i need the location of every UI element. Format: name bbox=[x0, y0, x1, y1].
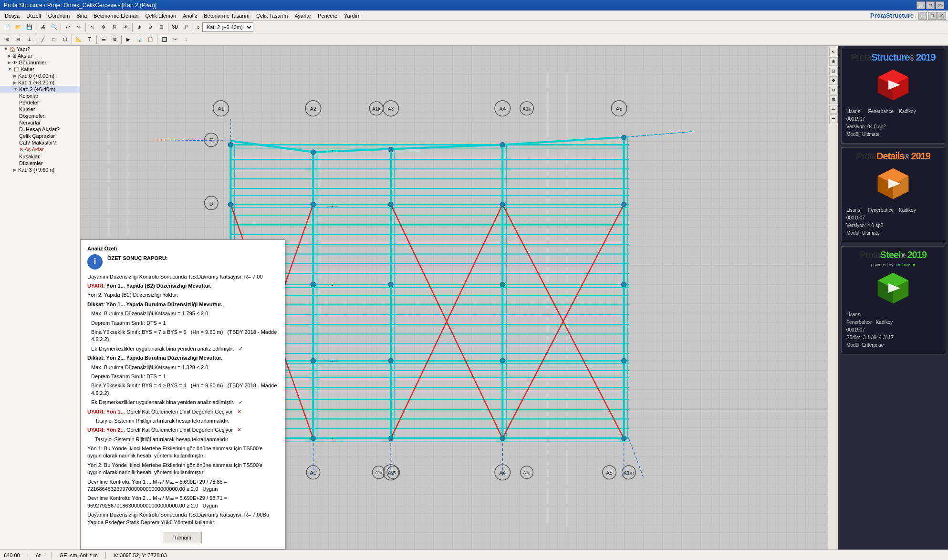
menu-betonarme-eleman[interactable]: Betonarme Eleman bbox=[91, 12, 141, 20]
layer-toggle[interactable]: ☰ bbox=[98, 34, 109, 45]
tool-rotate[interactable]: ↻ bbox=[829, 86, 838, 94]
tree-gorunumler[interactable]: ▶ 👁 Görünümler bbox=[0, 59, 80, 66]
ortho-button[interactable]: ⊥ bbox=[24, 34, 34, 45]
move-button[interactable]: ✥ bbox=[98, 22, 109, 32]
report-line-dev2: Devrilme Kontrolü: Yön 2 ... M₅₂ / M₀₂ =… bbox=[87, 495, 278, 509]
save-button[interactable]: 💾 bbox=[24, 22, 34, 32]
report-line-uw1: UYARI: Yön 1... Göreli Kat Ötelemelen Li… bbox=[87, 408, 278, 415]
snap-button[interactable]: ⊞ bbox=[2, 34, 12, 45]
draw-line[interactable]: ╱ bbox=[38, 34, 48, 45]
tsep1 bbox=[36, 35, 36, 44]
pst-info: Lisans: Fenerbahce Kadikoy 0001907 Sürüm… bbox=[844, 309, 942, 351]
svg-text:A1k: A1k bbox=[523, 470, 531, 475]
annotate[interactable]: T bbox=[84, 34, 95, 45]
redo-button[interactable]: ↪ bbox=[73, 22, 84, 32]
tree-akslar[interactable]: ▶ ⊞ Akslar bbox=[0, 52, 80, 59]
floor-selector[interactable]: Kat: 0 (+0.00m) Kat: 1 (+3.20m) Kat: 2 (… bbox=[202, 22, 253, 32]
menu-yardim[interactable]: Yardım bbox=[341, 12, 364, 20]
menu-pencere[interactable]: Pencere bbox=[315, 12, 340, 20]
properties[interactable]: ⚙ bbox=[109, 34, 120, 45]
menu-gorunum[interactable]: Görünüm bbox=[45, 12, 73, 20]
tree-dosemeler[interactable]: Döşemeler bbox=[0, 113, 80, 119]
tool-layer[interactable]: ☰ bbox=[829, 114, 838, 123]
close-button[interactable]: ✕ bbox=[936, 1, 944, 9]
svg-point-113 bbox=[228, 142, 233, 147]
window-maximize[interactable]: □ bbox=[928, 12, 937, 20]
results-view[interactable]: 📊 bbox=[134, 34, 145, 45]
svg-point-124 bbox=[311, 282, 315, 287]
view-plan[interactable]: P bbox=[181, 22, 191, 32]
print-button[interactable]: 🖨 bbox=[38, 22, 48, 32]
menu-duzelt[interactable]: Düzelt bbox=[23, 12, 44, 20]
menu-dosya[interactable]: Dosya bbox=[2, 12, 22, 20]
tree-nervurlar[interactable]: Nervurlar bbox=[0, 119, 80, 126]
delete-button[interactable]: ✕ bbox=[120, 22, 131, 32]
copy-button[interactable]: ⎘ bbox=[109, 22, 120, 32]
tamam-button[interactable]: Tamam bbox=[164, 532, 202, 543]
measure[interactable]: 📐 bbox=[73, 34, 84, 45]
tree-kat1[interactable]: ▶ Kat: 1 (+3.20m) bbox=[0, 79, 80, 86]
toolbar-secondary: ⊞ ⊟ ⊥ ╱ □ ⬡ 📐 T ☰ ⚙ ▶ 📊 📋 🔲 ✂ ↕ bbox=[0, 33, 948, 46]
window-minimize[interactable]: — bbox=[918, 12, 927, 20]
minimize-button[interactable]: — bbox=[917, 1, 925, 9]
svg-point-116 bbox=[500, 142, 505, 147]
view-3d[interactable]: 3D bbox=[170, 22, 180, 32]
menu-ayarlar[interactable]: Ayarlar bbox=[292, 12, 314, 20]
preview-button[interactable]: 🔍 bbox=[49, 22, 59, 32]
tool-snap[interactable]: ⊞ bbox=[829, 95, 838, 104]
sep-status1 bbox=[28, 552, 28, 559]
tree-kat3[interactable]: ▶ Kat: 3 (+9.60m) bbox=[0, 166, 80, 173]
zoom-out[interactable]: ⊖ bbox=[145, 22, 156, 32]
tree-cat-makaslar[interactable]: Cat? Makaslar? bbox=[0, 139, 80, 146]
zoom-in[interactable]: ⊕ bbox=[134, 22, 145, 32]
open-button[interactable]: 📂 bbox=[13, 22, 23, 32]
tool-select[interactable]: ↖ bbox=[829, 48, 838, 56]
draw-rect[interactable]: □ bbox=[49, 34, 59, 45]
menu-celik-eleman[interactable]: Çelik Eleman bbox=[142, 12, 179, 20]
draw-poly[interactable]: ⬡ bbox=[60, 34, 70, 45]
tree-katlar[interactable]: ▼ 📋 Katlar bbox=[0, 66, 80, 73]
menu-analiz[interactable]: Analiz bbox=[180, 12, 200, 20]
sep2 bbox=[61, 23, 61, 31]
svg-point-137 bbox=[622, 436, 626, 441]
canvas-area[interactable]: ↖ ⊕ ⊡ ✥ ↻ ⊞ ⊸ ☰ A1 bbox=[80, 46, 838, 550]
tree-duzlemler[interactable]: Düzlemler bbox=[0, 160, 80, 166]
undo-button[interactable]: ↩ bbox=[63, 22, 73, 32]
svg-text:A3: A3 bbox=[387, 106, 394, 112]
analysis-run[interactable]: ▶ bbox=[123, 34, 134, 45]
menu-betonarme-tasarim[interactable]: Betonarme Tasarım bbox=[201, 12, 252, 20]
menu-celik-tasarim[interactable]: Çelik Tasarım bbox=[253, 12, 291, 20]
tree-kirisler[interactable]: Kirişler bbox=[0, 106, 80, 113]
tree-as-aklar[interactable]: ✕ Aş Aklar bbox=[0, 146, 80, 153]
tree-yapi[interactable]: ▼ 🏠 Yapı? bbox=[0, 46, 80, 52]
pst-3d-icon bbox=[874, 269, 912, 307]
menu-bina[interactable]: Bina bbox=[73, 12, 90, 20]
window-close[interactable]: ✕ bbox=[938, 12, 946, 20]
new-button[interactable]: 📄 bbox=[2, 22, 12, 32]
section-cut[interactable]: ✂ bbox=[170, 34, 180, 45]
elevation-view[interactable]: ↕ bbox=[181, 34, 191, 45]
zoom-all[interactable]: ⊡ bbox=[156, 22, 167, 32]
tool-pan[interactable]: ✥ bbox=[829, 76, 838, 85]
svg-point-136 bbox=[500, 436, 505, 441]
tool-zoom-window[interactable]: ⊕ bbox=[829, 57, 838, 66]
tool-zoom-all[interactable]: ⊡ bbox=[829, 67, 838, 75]
select-button[interactable]: ↖ bbox=[87, 22, 98, 32]
render-button[interactable]: 🔲 bbox=[159, 34, 169, 45]
tree-perdeler[interactable]: Perdeler bbox=[0, 99, 80, 106]
maximize-button[interactable]: □ bbox=[926, 1, 935, 9]
tree-celik-caprazlar[interactable]: Çelik Çaprazlar bbox=[0, 133, 80, 139]
tree-kolonlar[interactable]: Kolonlar bbox=[0, 93, 80, 99]
tree-kusaklar[interactable]: Kuşaklar bbox=[0, 153, 80, 160]
tree-hesap-akslar[interactable]: D. Hesap Akslar? bbox=[0, 126, 80, 133]
tool-measure[interactable]: ⊸ bbox=[829, 105, 838, 114]
tree-kat2[interactable]: ▼ Kat: 2 (+6.40m) bbox=[0, 86, 80, 93]
svg-text:A2: A2 bbox=[310, 106, 317, 112]
tree-kat0[interactable]: ▶ Kat: 0 (+0.00m) bbox=[0, 73, 80, 79]
panel-title: Analiz Özeti bbox=[87, 246, 278, 251]
grid-button[interactable]: ⊟ bbox=[13, 34, 23, 45]
tsep2 bbox=[72, 35, 72, 44]
svg-text:—•—: —•— bbox=[327, 148, 339, 153]
report-line-d1d: Ek Dışmerkezlikler uygulanarak bina yeni… bbox=[87, 345, 278, 353]
report-button[interactable]: 📋 bbox=[145, 34, 156, 45]
